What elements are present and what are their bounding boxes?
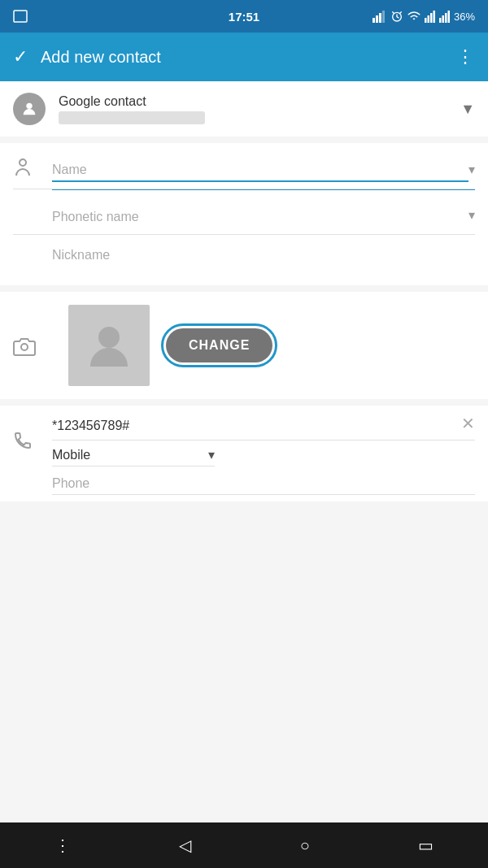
svg-rect-9 — [433, 11, 435, 23]
confirm-button[interactable]: ✓ — [13, 46, 28, 67]
contact-photo-thumbnail — [68, 305, 150, 386]
bottom-nav: ⋮ ◁ ○ ▭ — [0, 822, 488, 868]
photo-section: CHANGE — [0, 292, 488, 399]
nickname-field-wrap: Nickname — [52, 241, 475, 266]
add-phone-placeholder[interactable]: Phone — [52, 476, 89, 491]
wifi-icon — [407, 10, 421, 23]
phone-clear-button[interactable]: ✕ — [461, 414, 475, 436]
add-phone-row: Phone — [13, 467, 475, 494]
nav-menu-button[interactable]: ⋮ — [38, 829, 87, 861]
phone-icon — [13, 431, 33, 452]
toolbar: ✓ Add new contact ⋮ — [0, 33, 488, 81]
nickname-placeholder[interactable]: Nickname — [52, 241, 475, 266]
camera-icon — [13, 337, 36, 357]
phone-number-value[interactable]: *123456789# — [52, 412, 461, 436]
svg-rect-4 — [382, 11, 385, 23]
photo-placeholder-icon — [87, 321, 131, 370]
phonetic-row: Phonetic name ▾ — [13, 197, 475, 235]
phone-fields: *123456789# ✕ Mobile ▾ — [52, 412, 475, 467]
svg-rect-6 — [425, 18, 427, 23]
svg-rect-3 — [379, 13, 381, 23]
more-options-button[interactable]: ⋮ — [456, 46, 475, 67]
battery-text: 36% — [454, 11, 475, 23]
svg-point-17 — [98, 327, 120, 348]
account-info: Google contact — [59, 94, 460, 124]
svg-point-14 — [26, 103, 32, 109]
name-field-wrap: Name ▾ — [52, 156, 475, 182]
status-bar-time: 17:51 — [229, 10, 259, 24]
account-type: Google contact — [59, 94, 460, 109]
svg-rect-0 — [14, 11, 27, 22]
signal-icon — [373, 10, 387, 23]
alarm-icon — [390, 10, 403, 23]
phone-icon-col — [13, 427, 52, 452]
name-row: Name ▾ — [13, 150, 475, 189]
nav-home-button[interactable]: ○ — [284, 830, 326, 861]
phonetic-field-wrap: Phonetic name ▾ — [52, 203, 475, 228]
account-avatar — [13, 93, 46, 125]
phonetic-icon-col — [13, 224, 52, 228]
name-icon-col — [13, 156, 52, 182]
person-icon — [20, 100, 38, 118]
svg-rect-1 — [373, 18, 375, 23]
account-dropdown-icon[interactable]: ▼ — [460, 101, 475, 118]
svg-rect-8 — [430, 13, 433, 23]
svg-rect-12 — [445, 13, 447, 23]
account-email — [59, 111, 205, 124]
svg-rect-10 — [439, 18, 442, 23]
change-photo-button[interactable]: CHANGE — [166, 328, 272, 362]
phone-section: *123456789# ✕ Mobile ▾ Phone — [0, 406, 488, 501]
status-bar-left — [13, 10, 28, 23]
phone-number-input-row: *123456789# ✕ — [52, 412, 475, 441]
phone-type-label[interactable]: Mobile — [52, 448, 208, 462]
svg-point-16 — [21, 344, 28, 350]
phone-type-dropdown-icon[interactable]: ▾ — [208, 447, 215, 462]
phone-number-row: *123456789# ✕ Mobile ▾ — [13, 412, 475, 467]
status-bar: 17:51 — [0, 0, 488, 33]
svg-rect-13 — [447, 11, 450, 23]
nickname-icon-col — [13, 263, 52, 266]
phone-type-row: Mobile ▾ — [52, 441, 215, 467]
name-section: Name ▾ Phonetic name ▾ Nickname — [0, 143, 488, 285]
name-expand-icon[interactable]: ▾ — [468, 162, 475, 182]
svg-point-15 — [20, 159, 26, 166]
phonetic-placeholder[interactable]: Phonetic name — [52, 203, 468, 228]
signal2-icon — [425, 10, 436, 23]
window-icon — [13, 10, 28, 23]
account-row[interactable]: Google contact ▼ — [0, 81, 488, 137]
nickname-row: Nickname — [13, 235, 475, 272]
toolbar-title: Add new contact — [41, 48, 456, 67]
add-phone-underline — [52, 494, 475, 495]
content-area: Google contact ▼ Name ▾ Phonetic — [0, 81, 488, 822]
svg-rect-2 — [376, 15, 378, 23]
nav-back-button[interactable]: ◁ — [163, 829, 207, 861]
status-bar-right: 36% — [373, 10, 475, 23]
signal3-icon — [439, 10, 451, 23]
person-outline-icon — [13, 156, 33, 179]
camera-icon-col — [13, 334, 52, 357]
phonetic-expand-icon[interactable]: ▾ — [468, 207, 475, 228]
nav-recent-button[interactable]: ▭ — [402, 829, 450, 861]
svg-rect-7 — [427, 15, 429, 23]
svg-rect-11 — [442, 15, 444, 23]
name-placeholder[interactable]: Name — [52, 156, 468, 182]
